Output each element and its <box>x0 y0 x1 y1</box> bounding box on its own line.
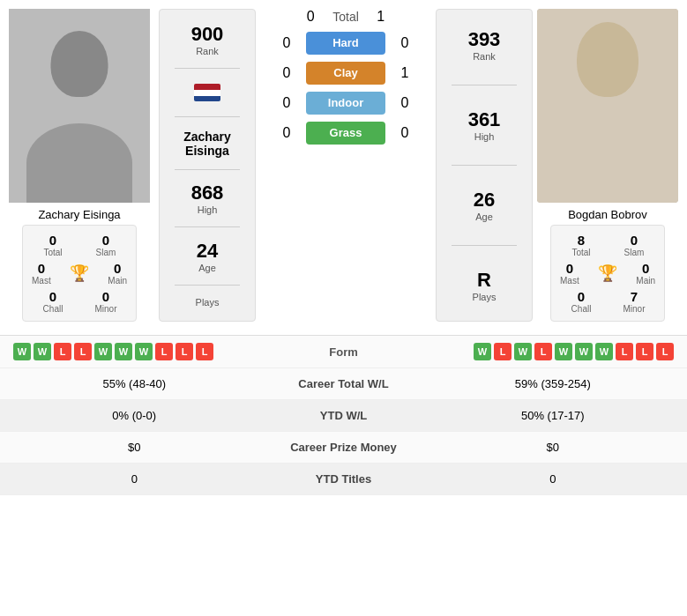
total-label: Total <box>332 10 359 24</box>
player2-high-label: High <box>468 131 501 142</box>
player1-mast-value: 0 <box>32 261 51 276</box>
stats-table: 55% (48-40) Career Total W/L 59% (359-25… <box>0 368 687 495</box>
player1-trophy-icon: 🏆 <box>70 263 89 283</box>
divider6 <box>452 85 517 85</box>
player1-total-value: 0 <box>32 233 74 248</box>
form-badge-p1-w: W <box>135 343 153 360</box>
player1-rank-label: Rank <box>191 46 224 56</box>
hard-btn[interactable]: Hard <box>306 32 385 55</box>
divider1 <box>175 68 240 69</box>
clay-row: 0 Clay 1 <box>278 62 414 85</box>
player2-mast-value: 0 <box>560 261 579 276</box>
flag-nl-white <box>194 90 220 96</box>
player1-photo <box>9 9 150 203</box>
player1-chall-stat: 0 Chall <box>32 289 74 314</box>
player2-minor-label: Minor <box>613 304 655 314</box>
player1-slam-value: 0 <box>85 233 127 248</box>
career-wl-label: Career Total W/L <box>256 377 432 390</box>
player2-trophy-icon: 🏆 <box>598 263 617 283</box>
form-label: Form <box>291 345 397 359</box>
player1-total-label: Total <box>32 248 74 257</box>
hard-left: 0 <box>278 35 295 51</box>
player2-total-value: 8 <box>560 233 602 248</box>
form-badge-p2-l: L <box>534 343 552 360</box>
grass-left: 0 <box>278 125 295 141</box>
player2-name: Bogdan Bobrov <box>568 208 647 221</box>
divider3 <box>175 169 240 170</box>
form-badge-p1-w: W <box>13 343 31 360</box>
form-badge-p1-l: L <box>74 343 92 360</box>
total-right-score: 1 <box>372 9 390 25</box>
player2-trophy-row: 0 Mast 🏆 0 Main <box>560 261 655 286</box>
form-badge-p1-w: W <box>94 343 112 360</box>
form-badge-p2-w: W <box>555 343 572 360</box>
career-wl-row: 55% (48-40) Career Total W/L 59% (359-25… <box>0 368 687 400</box>
center-section: 0 Total 1 0 Hard 0 0 Clay 1 0 Indoor <box>260 9 431 322</box>
hard-row: 0 Hard 0 <box>278 32 414 55</box>
player1-minor-label: Minor <box>85 304 127 314</box>
career-wl-right: 59% (359-254) <box>432 377 675 390</box>
form-badge-p2-l: L <box>494 343 512 360</box>
bottom-section: WWLLWWWLLL Form WLWLWWWLLL 55% (48-40) C… <box>0 335 687 495</box>
player1-age-stat: 24 Age <box>197 240 218 273</box>
player1-mast-label: Mast <box>32 276 51 286</box>
divider2 <box>175 116 240 117</box>
prize-label: Career Prize Money <box>256 441 432 454</box>
player1-flag <box>194 84 220 101</box>
player1-slam-stat: 0 Slam <box>85 233 127 257</box>
player1-form: WWLLWWWLLL <box>13 343 291 360</box>
player1-rank-stat: 900 Rank <box>191 23 224 56</box>
player2-rank-stat: 393 Rank <box>468 28 501 62</box>
player1-plays-stat: Plays <box>196 297 220 308</box>
player1-high-stat: 868 High <box>191 182 224 215</box>
player1-high-value: 868 <box>191 182 224 204</box>
indoor-row: 0 Indoor 0 <box>278 92 414 115</box>
player1-plays-label: Plays <box>196 297 220 308</box>
player2-main-value: 0 <box>636 261 655 276</box>
player1-slam-label: Slam <box>85 248 127 257</box>
player2-age-label: Age <box>474 212 495 222</box>
player2-face <box>537 9 678 203</box>
indoor-left: 0 <box>278 95 295 111</box>
player2-rank-value: 393 <box>468 28 501 51</box>
player1-lastname: Eisinga <box>183 144 231 158</box>
divider4 <box>175 226 240 227</box>
player2-stats-box: 8 Total 0 Slam 0 Mast 🏆 0 <box>550 225 665 322</box>
player1-firstname: Zachary <box>183 130 231 144</box>
player2-total-stat: 8 Total <box>560 233 602 257</box>
indoor-btn[interactable]: Indoor <box>306 92 385 115</box>
indoor-right: 0 <box>396 95 414 111</box>
prize-right: $0 <box>432 441 675 454</box>
form-badge-p2-w: W <box>575 343 593 360</box>
surface-rows: 0 Hard 0 0 Clay 1 0 Indoor 0 0 Grass <box>265 32 427 145</box>
player1-minor-value: 0 <box>85 289 127 304</box>
ytd-wl-left: 0% (0-0) <box>13 409 256 422</box>
player2-high-value: 361 <box>468 108 501 131</box>
ytd-wl-right: 50% (17-17) <box>432 409 675 422</box>
total-left-score: 0 <box>302 9 319 25</box>
player2-plays-stat: R Plays <box>473 269 497 302</box>
player2-main-label: Main <box>636 276 655 286</box>
player1-main-value: 0 <box>108 261 127 276</box>
divider8 <box>452 245 517 246</box>
divider7 <box>452 165 517 166</box>
form-badge-p1-l: L <box>155 343 173 360</box>
titles-right: 0 <box>432 472 675 486</box>
grass-btn[interactable]: Grass <box>306 122 385 145</box>
player2-mast-label: Mast <box>560 276 579 286</box>
player1-chall-label: Chall <box>32 304 74 314</box>
player1-silhouette <box>9 9 150 203</box>
top-section: Zachary Eisinga 0 Total 0 Slam 0 Mast � <box>0 0 687 330</box>
player1-middle-stats: 900 Rank Zachary Eisinga 868 High 24 <box>159 9 256 322</box>
titles-row: 0 YTD Titles 0 <box>0 464 687 495</box>
player2-slam-label: Slam <box>613 248 655 257</box>
prize-left: $0 <box>13 441 256 454</box>
player1-high-label: High <box>191 204 224 215</box>
clay-left: 0 <box>278 65 295 81</box>
clay-btn[interactable]: Clay <box>306 62 385 85</box>
player2-form: WLWLWWWLLL <box>397 343 675 360</box>
player1-main-label: Main <box>108 276 127 286</box>
player2-chall-stat: 0 Chall <box>560 289 602 314</box>
player1-chall-value: 0 <box>32 289 74 304</box>
player2-photo <box>537 9 678 203</box>
